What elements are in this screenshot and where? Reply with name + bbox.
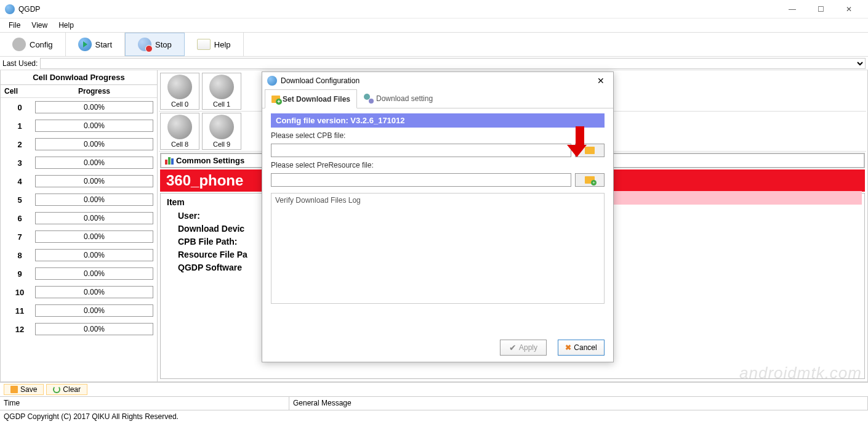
cell-box[interactable]: Cell 8: [160, 113, 199, 150]
check-icon: ✔: [509, 343, 516, 353]
save-clear-bar: Save Clear: [0, 382, 868, 397]
x-icon: ✖: [565, 343, 571, 352]
progress-row: 60.00%: [1, 209, 157, 227]
cell-box[interactable]: Cell 0: [160, 73, 199, 110]
cell-number: 12: [4, 325, 35, 334]
cell-box[interactable]: Cell 9: [202, 113, 241, 150]
gears-icon: [364, 94, 374, 104]
left-panel: Cell Donwload Progress Cell Progress 00.…: [0, 70, 158, 382]
dialog-close-button[interactable]: ✕: [593, 75, 608, 87]
cell-label: Cell 9: [203, 141, 241, 148]
progress-value: 0.00%: [35, 323, 153, 335]
left-panel-header: Cell Progress: [1, 85, 157, 98]
bars-icon: [165, 157, 174, 165]
cell-label: Cell 8: [161, 141, 199, 148]
preresource-browse-button[interactable]: [575, 173, 605, 187]
progress-value: 0.00%: [35, 230, 153, 243]
dialog-tabs: Set Download Files Download setting: [262, 89, 613, 108]
progress-value: 0.00%: [35, 194, 153, 206]
dialog-buttons: ✔ Apply ✖ Cancel: [262, 333, 613, 362]
left-panel-title: Cell Donwload Progress: [1, 70, 157, 85]
cell-number: 9: [4, 269, 35, 279]
cell-number: 8: [4, 251, 35, 260]
cell-number: 11: [4, 306, 35, 316]
help-label: Help: [214, 40, 231, 49]
progress-row: 100.00%: [1, 283, 157, 301]
progress-value: 0.00%: [35, 304, 153, 317]
progress-row: 40.00%: [1, 172, 157, 190]
clear-button[interactable]: Clear: [46, 384, 87, 395]
start-button[interactable]: Start: [66, 33, 125, 56]
tab-set-download-files[interactable]: Set Download Files: [265, 89, 357, 108]
cell-number: 1: [4, 121, 35, 131]
progress-row: 70.00%: [1, 227, 157, 246]
cell-label: Cell 0: [161, 100, 199, 108]
progress-row: 20.00%: [1, 135, 157, 153]
app-icon: [5, 4, 15, 14]
title-bar: QGDP — ☐ ✕: [0, 0, 868, 18]
bottom-table-header: Time General Message: [0, 397, 868, 410]
cancel-label: Cancel: [574, 343, 597, 352]
dialog-title-bar[interactable]: Download Configuration ✕: [262, 72, 613, 89]
apply-label: Apply: [519, 343, 537, 352]
menu-view[interactable]: View: [26, 20, 52, 31]
last-used-row: Last Used:: [0, 57, 868, 70]
minimize-button[interactable]: —: [778, 1, 806, 18]
menu-file[interactable]: File: [4, 20, 25, 31]
tab-download-setting[interactable]: Download setting: [357, 89, 440, 108]
book-icon: [197, 39, 211, 50]
toolbar: Config Start Stop Help: [0, 32, 868, 57]
tab-label: Download setting: [376, 94, 433, 103]
status-strip: [612, 191, 862, 205]
help-button[interactable]: Help: [185, 33, 244, 56]
refresh-icon: [53, 386, 60, 393]
globe-icon: [209, 75, 234, 99]
dialog-title: Download Configuration: [281, 76, 590, 85]
progress-row: 120.00%: [1, 320, 157, 338]
cell-number: 4: [4, 177, 35, 186]
start-label: Start: [95, 40, 112, 49]
preresource-file-input[interactable]: [271, 173, 571, 187]
common-settings-label: Common Settings: [176, 156, 244, 165]
cell-number: 7: [4, 232, 35, 242]
cpb-file-label: Please select CPB file:: [271, 131, 605, 140]
cell-number: 10: [4, 288, 35, 297]
apply-button[interactable]: ✔ Apply: [500, 340, 547, 356]
cell-number: 5: [4, 195, 35, 205]
preresource-file-label: Please select PreResource file:: [271, 161, 605, 169]
cell-number: 6: [4, 214, 35, 223]
last-used-select[interactable]: [40, 58, 866, 69]
progress-row: 90.00%: [1, 264, 157, 283]
header-progress: Progress: [31, 85, 157, 97]
log-label: Verify Download Files Log: [275, 196, 361, 205]
progress-row: 110.00%: [1, 301, 157, 320]
menu-bar: File View Help: [0, 18, 868, 32]
globe-icon: [167, 115, 192, 139]
globe-icon: [209, 115, 234, 139]
stop-button[interactable]: Stop: [125, 33, 185, 56]
maximize-button[interactable]: ☐: [806, 1, 835, 18]
menu-help[interactable]: Help: [54, 20, 79, 31]
verify-log-box: Verify Download Files Log: [271, 193, 605, 304]
close-button[interactable]: ✕: [835, 1, 863, 18]
save-button[interactable]: Save: [4, 384, 44, 395]
progress-row: 80.00%: [1, 246, 157, 264]
config-label: Config: [30, 40, 53, 49]
dialog-icon: [267, 76, 277, 86]
cancel-button[interactable]: ✖ Cancel: [558, 340, 605, 356]
stop-label: Stop: [155, 40, 172, 49]
progress-value: 0.00%: [35, 101, 153, 113]
config-button[interactable]: Config: [0, 33, 66, 56]
left-panel-body[interactable]: 00.00%10.00%20.00%30.00%40.00%50.00%60.0…: [1, 98, 157, 381]
globe-icon: [167, 75, 192, 99]
cpb-file-input[interactable]: [271, 144, 571, 157]
cell-number: 2: [4, 140, 35, 149]
download-config-dialog: Download Configuration ✕ Set Download Fi…: [262, 71, 614, 362]
dialog-body: Config file version: V3.2.6_171012 Pleas…: [262, 108, 613, 333]
cell-box[interactable]: Cell 1: [202, 73, 241, 110]
version-bar: Config file version: V3.2.6_171012: [271, 113, 605, 128]
save-label: Save: [20, 385, 37, 394]
cell-label: Cell 1: [203, 100, 241, 108]
progress-row: 50.00%: [1, 190, 157, 209]
window-title: QGDP: [18, 5, 778, 14]
